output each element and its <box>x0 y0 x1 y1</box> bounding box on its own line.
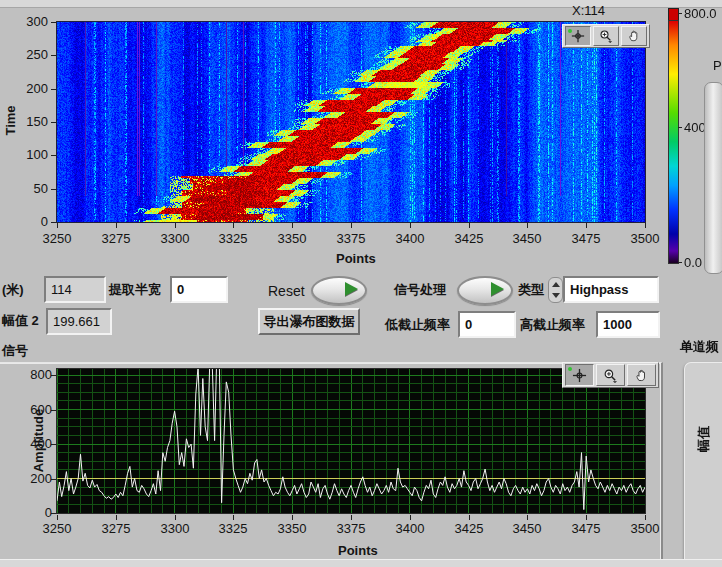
cursor-tool-button[interactable] <box>565 26 591 46</box>
wf-y-tick-label: 100 <box>8 147 48 162</box>
colorbar-max-label: 800.0 <box>684 6 717 21</box>
sig-y-tick-label: 200 <box>12 471 52 486</box>
cursor-tool-led <box>568 29 572 33</box>
wf-x-tickmark <box>351 223 352 228</box>
wf-x-tick-label: 3325 <box>211 231 255 246</box>
filter-type-spinner[interactable] <box>548 277 563 303</box>
high-cutoff-input[interactable]: 1000 <box>596 311 660 338</box>
wf-x-tick-label: 3400 <box>388 231 432 246</box>
bottom-strip <box>0 559 722 567</box>
wf-x-tick-label: 3475 <box>564 231 608 246</box>
sig-x-tickmark <box>292 515 293 520</box>
wf-x-tick-label: 3425 <box>447 231 491 246</box>
waterfall-x-axis-title: Points <box>336 251 376 266</box>
colorbar-tick <box>678 127 682 128</box>
wf-y-tickmark <box>51 55 56 56</box>
colorbar-min-label: 0.0 <box>684 255 702 270</box>
top-strip <box>0 0 722 8</box>
cursor-tool-led-2 <box>568 367 572 371</box>
wf-y-tickmark <box>51 155 56 156</box>
sig-x-tickmark <box>586 515 587 520</box>
colorbar-tick <box>678 262 682 263</box>
waterfall-heatmap-plot[interactable] <box>56 21 646 223</box>
wf-x-tickmark <box>175 223 176 228</box>
right-edge-slider[interactable] <box>704 82 722 274</box>
crosshair-icon <box>572 368 587 383</box>
colorbar-tick <box>678 13 682 14</box>
reset-button[interactable] <box>311 276 367 305</box>
wf-y-tick-label: 0 <box>8 214 48 229</box>
wf-x-tickmark <box>57 223 58 228</box>
low-cutoff-label: 低截止频率 <box>385 316 450 334</box>
filter-type-label: 类型 <box>518 281 544 299</box>
spinner-up-icon <box>552 282 560 287</box>
wf-x-tickmark <box>116 223 117 228</box>
sig-x-tickmark <box>116 515 117 520</box>
cursor-readout: X:114 <box>572 3 605 18</box>
wf-x-tickmark <box>527 223 528 228</box>
wf-y-tickmark <box>51 122 56 123</box>
signal-processing-toggle[interactable] <box>457 276 513 305</box>
hand-icon <box>627 29 641 43</box>
waterfall-graph-palette <box>562 24 650 48</box>
single-channel-label: 单道频 <box>680 338 719 356</box>
colorbar-ramp[interactable] <box>668 20 679 264</box>
pan-tool-button[interactable] <box>621 26 647 46</box>
wf-x-tick-label: 3275 <box>94 231 138 246</box>
wf-y-tick-label: 250 <box>8 47 48 62</box>
sig-x-tick-label: 3300 <box>153 521 197 536</box>
wf-x-tickmark <box>586 223 587 228</box>
sig-x-tick-label: 3425 <box>447 521 491 536</box>
reset-arrow-icon <box>345 282 358 296</box>
wf-x-tickmark <box>233 223 234 228</box>
filter-type-combo[interactable]: Highpass <box>563 276 659 303</box>
signal-line-plot[interactable] <box>57 369 645 513</box>
right-panel-vertical-label: 幅值 <box>695 409 713 469</box>
sig-x-tickmark <box>410 515 411 520</box>
sig-y-tick-label: 400 <box>12 436 52 451</box>
wf-x-tickmark <box>469 223 470 228</box>
zoom-tool-button[interactable] <box>593 26 619 46</box>
wf-x-tick-label: 3350 <box>270 231 314 246</box>
magnifier-icon <box>599 29 613 43</box>
pan-tool-button-2[interactable] <box>627 364 656 386</box>
magnifier-icon <box>603 368 618 383</box>
signal-graph-palette <box>562 362 659 388</box>
sig-x-tick-label: 3375 <box>329 521 373 536</box>
sig-x-tick-label: 3325 <box>211 521 255 536</box>
sig-x-tick-label: 3400 <box>388 521 432 536</box>
sig-y-tick-label: 600 <box>12 402 52 417</box>
half-width-input[interactable]: 0 <box>170 276 228 303</box>
sig-x-tickmark <box>645 515 646 520</box>
wf-x-tickmark <box>645 223 646 228</box>
signal-section-label: 信号 <box>2 342 28 360</box>
wf-y-tick-label: 200 <box>8 81 48 96</box>
signal-x-axis-title: Points <box>338 543 378 558</box>
sig-x-tick-label: 3500 <box>623 521 667 536</box>
cursor-tool-button-2[interactable] <box>565 364 594 386</box>
reset-label: Reset <box>268 283 305 299</box>
wf-y-tickmark <box>51 89 56 90</box>
sig-x-tickmark <box>469 515 470 520</box>
sig-x-tick-label: 3475 <box>564 521 608 536</box>
sig-x-tick-label: 3450 <box>505 521 549 536</box>
wf-x-tickmark <box>410 223 411 228</box>
wf-y-tickmark <box>51 189 56 190</box>
application-window: Time Points X:114 <box>0 0 722 567</box>
hand-icon <box>634 368 649 383</box>
wf-x-tickmark <box>292 223 293 228</box>
distance-indicator: 114 <box>44 276 106 303</box>
wf-x-tick-label: 3500 <box>623 231 667 246</box>
signal-processing-arrow-icon <box>491 282 504 296</box>
wf-x-tick-label: 3250 <box>35 231 79 246</box>
wf-y-tick-label: 300 <box>8 14 48 29</box>
low-cutoff-input[interactable]: 0 <box>458 311 516 338</box>
sig-y-tick-label: 800 <box>12 367 52 382</box>
amplitude2-label: 幅值 2 <box>2 312 39 330</box>
half-width-label: 提取半宽 <box>109 281 161 299</box>
export-waterfall-button[interactable]: 导出瀑布图数据 <box>258 308 360 335</box>
sig-x-tick-label: 3350 <box>270 521 314 536</box>
zoom-tool-button-2[interactable] <box>596 364 625 386</box>
wf-x-tick-label: 3450 <box>505 231 549 246</box>
sig-x-tickmark <box>351 515 352 520</box>
